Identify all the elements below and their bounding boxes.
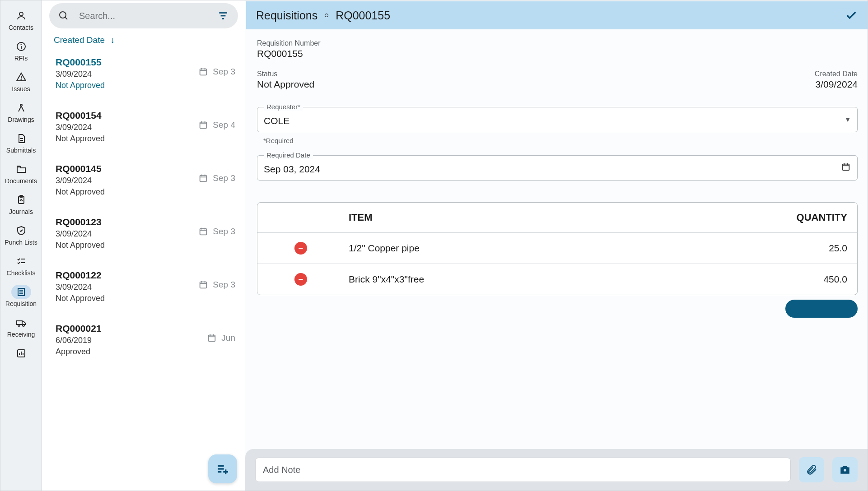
confirm-check-icon[interactable]	[845, 9, 858, 22]
detail-pane: Requisitions RQ000155 Requisition Number…	[245, 0, 868, 491]
list-item[interactable]: RQ000154 3/09/2024 Not Approved Sep 4	[47, 104, 240, 157]
clipboard-edit-icon	[11, 193, 31, 207]
items-header-row: ITEM QUANTITY	[257, 203, 857, 233]
value-requester: COLE	[264, 116, 289, 126]
folder-icon	[11, 162, 31, 176]
svg-rect-35	[200, 122, 207, 129]
add-item-button[interactable]	[785, 300, 858, 318]
compass-icon	[11, 101, 31, 115]
req-status: Approved	[56, 347, 102, 357]
sidebar-item-submittals[interactable]: Submittals	[0, 128, 42, 158]
search-input[interactable]	[79, 11, 217, 21]
req-date: 3/09/2024	[56, 69, 105, 79]
calendar-icon	[198, 120, 208, 130]
delete-item-button[interactable]	[294, 273, 307, 286]
bottom-bar: Add Note	[245, 449, 868, 491]
paperclip-icon	[806, 464, 817, 476]
svg-rect-39	[200, 176, 207, 182]
calendar-icon	[841, 162, 851, 174]
camera-button[interactable]	[832, 457, 858, 482]
person-icon	[11, 9, 31, 23]
sidebar-item-receiving[interactable]: Receiving	[0, 312, 42, 343]
req-id: RQ000021	[56, 323, 102, 334]
breadcrumb-separator-icon	[325, 14, 328, 17]
item-name: 1/2" Copper pipe	[349, 243, 757, 254]
sidebar-item-requisition[interactable]: Requisition	[0, 281, 42, 312]
list-item[interactable]: RQ000155 3/09/2024 Not Approved Sep 3	[47, 51, 240, 104]
detail-header: Requisitions RQ000155	[246, 1, 868, 29]
svg-line-27	[65, 17, 67, 19]
table-row: 1/2" Copper pipe 25.0	[257, 233, 857, 264]
sidebar-item-label: Drawings	[8, 116, 34, 123]
req-id: RQ000122	[56, 270, 105, 281]
info-icon	[11, 39, 31, 54]
calendar-icon	[198, 173, 208, 183]
item-qty: 25.0	[757, 243, 847, 254]
add-note-input[interactable]: Add Note	[255, 458, 791, 482]
filter-icon[interactable]	[217, 10, 229, 22]
req-badge: Sep 4	[213, 120, 235, 130]
delete-item-button[interactable]	[294, 242, 307, 255]
add-requisition-button[interactable]	[208, 454, 237, 483]
svg-rect-31	[200, 69, 207, 75]
label-req-number: Requisition Number	[257, 39, 858, 47]
sidebar-item-rfis[interactable]: RFIs	[0, 36, 42, 66]
sidebar-item-label: Checklists	[7, 269, 36, 277]
camera-icon	[839, 464, 851, 476]
value-status: Not Approved	[257, 79, 772, 90]
item-column-header: ITEM	[349, 212, 757, 223]
list-item[interactable]: RQ000021 6/06/2019 Approved Jun	[47, 317, 240, 370]
chart-icon	[11, 346, 31, 361]
breadcrumb-root[interactable]: Requisitions	[256, 9, 317, 22]
sidebar-item-label: Issues	[12, 85, 30, 93]
svg-point-5	[21, 79, 21, 80]
sidebar-item-label: Receiving	[7, 331, 35, 338]
calendar-icon	[198, 227, 208, 236]
req-id: RQ000145	[56, 163, 105, 174]
svg-rect-51	[209, 335, 215, 342]
calendar-icon	[198, 67, 208, 77]
attach-button[interactable]	[799, 457, 824, 482]
svg-point-26	[60, 12, 66, 18]
label-requester: Requester*	[264, 103, 303, 111]
sidebar-item-issues[interactable]: Issues	[0, 66, 42, 97]
sidebar-item-label: Punch Lists	[5, 239, 37, 246]
sidebar-item-journals[interactable]: Journals	[0, 189, 42, 220]
list-pane: Created Date ↓ RQ000155 3/09/2024 Not Ap…	[42, 0, 245, 491]
sidebar-item-label: Documents	[5, 177, 37, 185]
search-icon	[58, 10, 69, 21]
sidebar-item-checklists[interactable]: Checklists	[0, 250, 42, 281]
breadcrumb-id: RQ000155	[336, 9, 390, 22]
label-required-date: Required Date	[264, 151, 313, 159]
svg-line-8	[21, 106, 24, 111]
svg-rect-47	[200, 282, 207, 288]
list-add-icon	[215, 462, 230, 476]
chevron-down-icon: ▼	[845, 116, 851, 123]
sidebar-item-label: Journals	[9, 208, 33, 215]
label-status: Status	[257, 70, 772, 78]
sidebar-item-documents[interactable]: Documents	[0, 158, 42, 189]
required-date-field[interactable]: Required Date Sep 03, 2024	[257, 155, 858, 181]
req-id: RQ000154	[56, 110, 105, 121]
calendar-icon	[207, 333, 217, 343]
list-item[interactable]: RQ000122 3/09/2024 Not Approved Sep 3	[47, 264, 240, 317]
sidebar-item-drawings[interactable]: Drawings	[0, 97, 42, 128]
calendar-icon	[198, 280, 208, 290]
value-created-date: 3/09/2024	[790, 79, 858, 90]
svg-rect-60	[843, 164, 849, 171]
item-name: Brick 9"x4"x3"free	[349, 274, 757, 285]
required-hint: *Required	[263, 137, 858, 144]
minus-icon	[297, 245, 304, 252]
requester-select[interactable]: Requester* COLE ▼	[257, 107, 858, 132]
req-status: Not Approved	[56, 241, 105, 250]
requisition-list: RQ000155 3/09/2024 Not Approved Sep 3 RQ…	[42, 49, 245, 491]
sidebar-item-more[interactable]	[0, 343, 42, 361]
req-badge: Sep 3	[213, 280, 235, 290]
sidebar-item-label: Contacts	[9, 24, 33, 31]
sidebar-item-contacts[interactable]: Contacts	[0, 5, 42, 36]
sort-row[interactable]: Created Date ↓	[42, 30, 245, 49]
sidebar-item-punch-lists[interactable]: Punch Lists	[0, 220, 42, 250]
list-item[interactable]: RQ000123 3/09/2024 Not Approved Sep 3	[47, 210, 240, 264]
req-badge: Sep 3	[213, 67, 235, 77]
list-item[interactable]: RQ000145 3/09/2024 Not Approved Sep 3	[47, 157, 240, 210]
